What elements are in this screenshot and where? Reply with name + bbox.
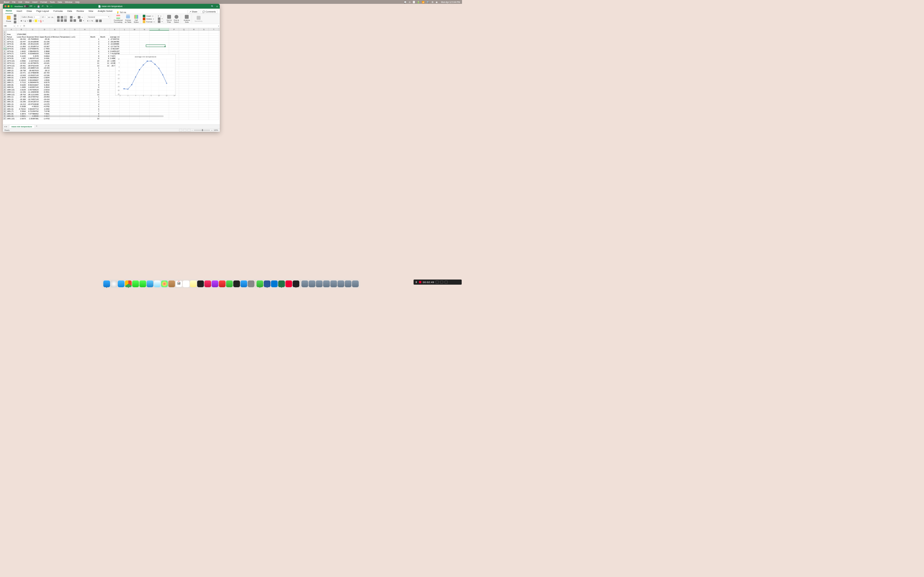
cell-Q33[interactable] bbox=[179, 108, 189, 110]
cell-S22[interactable] bbox=[199, 81, 209, 84]
cell-Q9[interactable] bbox=[179, 50, 189, 53]
cell-D8[interactable]: -1.7003 bbox=[39, 48, 50, 50]
cell-I35[interactable]: 8 bbox=[90, 113, 100, 115]
cell-P30[interactable] bbox=[169, 101, 179, 103]
cell-J18[interactable] bbox=[100, 72, 110, 74]
dock-music[interactable] bbox=[204, 280, 211, 287]
cell-H30[interactable] bbox=[80, 101, 90, 103]
cell-I33[interactable]: 6 bbox=[90, 108, 100, 110]
copy-icon[interactable] bbox=[14, 18, 16, 20]
fill-icon[interactable] bbox=[158, 17, 160, 20]
cell-E21[interactable] bbox=[50, 79, 60, 81]
share-button[interactable]: ↗Share bbox=[188, 10, 199, 14]
cell-R5[interactable] bbox=[189, 40, 199, 43]
column-header-H[interactable]: H bbox=[80, 28, 90, 31]
cell-M8[interactable] bbox=[129, 48, 140, 50]
dock-photos[interactable] bbox=[161, 280, 168, 287]
cell-J15[interactable]: 12 bbox=[100, 64, 110, 67]
row-header-15[interactable]: 15 bbox=[3, 64, 6, 67]
menu-app-name[interactable]: Excel bbox=[4, 1, 9, 3]
cell-F10[interactable] bbox=[60, 53, 70, 55]
cell-S15[interactable] bbox=[199, 64, 209, 67]
cell-H28[interactable] bbox=[80, 96, 90, 98]
cell-P3[interactable] bbox=[169, 35, 179, 38]
cell-J23[interactable] bbox=[100, 84, 110, 86]
cell-E15[interactable] bbox=[50, 64, 60, 67]
cell-J22[interactable] bbox=[100, 81, 110, 84]
sheet-nav-next-icon[interactable]: ▸ bbox=[6, 125, 7, 128]
cell-S31[interactable] bbox=[199, 103, 209, 105]
cell-J27[interactable] bbox=[100, 93, 110, 96]
cell-A28[interactable]: 1981 (1) bbox=[6, 96, 16, 98]
cell-D33[interactable]: 2.2482 bbox=[39, 108, 50, 110]
cell-I25[interactable]: 10 bbox=[90, 89, 100, 91]
row-header-30[interactable]: 30 bbox=[3, 101, 6, 103]
cell-F21[interactable] bbox=[60, 79, 70, 81]
cell-E19[interactable] bbox=[50, 74, 60, 77]
cell-P9[interactable] bbox=[169, 50, 179, 53]
dock-doc2[interactable] bbox=[309, 280, 315, 287]
percent-icon[interactable]: % bbox=[91, 19, 93, 22]
cell-O31[interactable] bbox=[150, 103, 169, 105]
menu-view[interactable]: View bbox=[25, 1, 29, 3]
dock-mail[interactable] bbox=[147, 280, 153, 287]
cell-R9[interactable] bbox=[189, 50, 199, 53]
dock-reminders[interactable] bbox=[183, 280, 190, 287]
cell-G16[interactable] bbox=[70, 67, 80, 69]
align-middle-icon[interactable] bbox=[61, 16, 63, 19]
cell-G33[interactable] bbox=[70, 108, 80, 110]
cell-F37[interactable] bbox=[60, 117, 70, 120]
cell-R13[interactable] bbox=[189, 60, 199, 62]
underline-button[interactable]: U bbox=[25, 19, 26, 22]
fill-color-icon[interactable] bbox=[35, 19, 37, 22]
dock-acrobat[interactable] bbox=[286, 280, 292, 287]
cell-T6[interactable] bbox=[209, 43, 219, 45]
cell-B13[interactable]: -3.0582 bbox=[16, 60, 26, 62]
cell-G4[interactable] bbox=[70, 38, 80, 41]
cell-B27[interactable]: -28.763 bbox=[16, 93, 26, 96]
tab-home[interactable]: Home bbox=[5, 9, 13, 14]
cell-H4[interactable] bbox=[80, 38, 90, 41]
dock-doc5[interactable] bbox=[330, 280, 337, 287]
cell-T34[interactable] bbox=[209, 110, 219, 113]
dock-podcasts[interactable] bbox=[212, 280, 218, 287]
cell-G34[interactable] bbox=[70, 110, 80, 113]
cell-I3[interactable]: Month bbox=[90, 35, 100, 38]
cell-I30[interactable]: 3 bbox=[90, 101, 100, 103]
cell-R4[interactable] bbox=[189, 38, 199, 41]
cell-P8[interactable] bbox=[169, 48, 179, 50]
cell-A10[interactable]: 1979 (7) bbox=[6, 53, 16, 55]
clear-icon[interactable] bbox=[158, 20, 160, 23]
cell-J6[interactable]: 3 bbox=[100, 43, 110, 45]
cell-E9[interactable] bbox=[50, 50, 60, 53]
cell-G3[interactable] bbox=[70, 35, 80, 38]
currency-icon[interactable]: $ bbox=[87, 19, 88, 22]
font-name-select[interactable]: Calibri (Body) ▾ bbox=[21, 16, 40, 19]
cell-D30[interactable]: -14.662 bbox=[39, 101, 50, 103]
cell-C33[interactable]: 0.964257714 bbox=[26, 108, 39, 110]
cell-A8[interactable]: 1979 (5) bbox=[6, 48, 16, 50]
cell-T12[interactable] bbox=[209, 57, 219, 60]
tab-view[interactable]: View bbox=[88, 9, 94, 14]
cell-H37[interactable] bbox=[80, 117, 90, 120]
cell-T4[interactable] bbox=[209, 38, 219, 41]
row-header-9[interactable]: 9 bbox=[3, 50, 6, 53]
cell-E12[interactable] bbox=[50, 57, 60, 60]
cell-Q26[interactable] bbox=[179, 91, 189, 93]
comments-button[interactable]: 💬Comments bbox=[201, 10, 218, 14]
cell-M7[interactable] bbox=[129, 45, 140, 48]
cell-F23[interactable] bbox=[60, 84, 70, 86]
cell-H35[interactable] bbox=[80, 113, 90, 115]
cell-D12[interactable]: 2.4181 bbox=[39, 57, 50, 60]
cell-O4[interactable] bbox=[150, 38, 169, 41]
analyze-data-button[interactable]: Analyze Data bbox=[183, 15, 191, 23]
cell-C23[interactable]: 8.963316667 bbox=[26, 84, 39, 86]
cell-D29[interactable]: -19.424 bbox=[39, 98, 50, 101]
cell-C10[interactable]: 6.023683333 bbox=[26, 53, 39, 55]
cell-S16[interactable] bbox=[199, 67, 209, 69]
cell-D13[interactable]: -1.1035 bbox=[39, 60, 50, 62]
cell-C17[interactable]: -28.4827619 bbox=[26, 69, 39, 72]
cell-R2[interactable] bbox=[189, 33, 199, 36]
sheet-tab-active[interactable]: mean min temperature bbox=[9, 125, 34, 128]
cell-J2[interactable] bbox=[100, 33, 110, 36]
